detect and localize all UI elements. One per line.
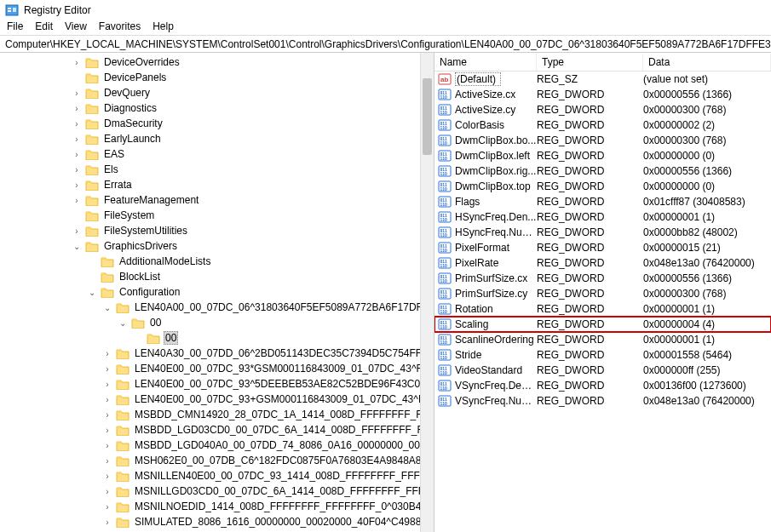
menu-favorites[interactable]: Favorites bbox=[99, 20, 141, 31]
menu-edit[interactable]: Edit bbox=[35, 20, 53, 31]
tree-item[interactable]: ›EarlyLaunch bbox=[68, 131, 420, 146]
value-type: REG_DWORD bbox=[537, 104, 643, 116]
tree-item[interactable]: AdditionalModeLists bbox=[83, 254, 420, 269]
address-bar[interactable]: Computer\HKEY_LOCAL_MACHINE\SYSTEM\Contr… bbox=[0, 36, 771, 53]
expander-closed-icon[interactable]: › bbox=[102, 363, 112, 374]
menu-view[interactable]: View bbox=[65, 20, 87, 31]
tree-item[interactable]: ›DevQuery bbox=[68, 85, 420, 100]
tree-item[interactable]: ›LEN40E00_00_07DC_93+GSM000116843009_01_… bbox=[99, 392, 420, 407]
tree-item[interactable]: ›FeatureManagement bbox=[68, 192, 420, 208]
value-row[interactable]: 011110ActiveSize.cxREG_DWORD0x00000556 (… bbox=[434, 87, 771, 102]
tree-item[interactable]: ›EAS bbox=[68, 146, 420, 162]
expander-closed-icon[interactable]: › bbox=[102, 471, 112, 481]
value-row[interactable]: 011110PrimSurfSize.cxREG_DWORD0x00000556… bbox=[434, 271, 771, 286]
value-row[interactable]: 011110DwmClipBox.leftREG_DWORD0x00000000… bbox=[434, 148, 771, 163]
expander-closed-icon[interactable]: › bbox=[72, 57, 82, 67]
svg-rect-1 bbox=[8, 8, 11, 9]
expander-closed-icon[interactable]: › bbox=[72, 226, 82, 236]
col-header-type[interactable]: Type bbox=[537, 54, 643, 71]
tree-item[interactable]: ›MSBDD_LGD03CD0_00_07DC_6A_1414_008D_FFF… bbox=[99, 422, 420, 438]
value-row[interactable]: 011110RotationREG_DWORD0x00000001 (1) bbox=[434, 301, 771, 317]
tree-item-label: EarlyLaunch bbox=[102, 133, 163, 145]
tree-item[interactable]: DevicePanels bbox=[68, 70, 420, 85]
value-row[interactable]: 011110VSyncFreq.Deno...REG_DWORD0x00136f… bbox=[434, 378, 771, 393]
tree-item[interactable]: ⌄00 bbox=[114, 315, 420, 330]
expander-closed-icon[interactable]: › bbox=[102, 440, 112, 450]
expander-closed-icon[interactable]: › bbox=[102, 501, 112, 512]
expander-closed-icon[interactable]: › bbox=[72, 164, 82, 174]
value-row[interactable]: ab(Default)REG_SZ(value not set) bbox=[434, 72, 771, 87]
expander-open-icon[interactable]: ⌄ bbox=[118, 317, 128, 328]
tree-item-configuration[interactable]: ⌄Configuration bbox=[83, 284, 420, 300]
tree-item[interactable]: FileSystem bbox=[68, 208, 420, 223]
tree-item[interactable]: ⌄LEN40A00_00_07DC_06^31803640F5EF5089A77… bbox=[99, 300, 420, 315]
tree-item[interactable]: ›FileSystemUtilities bbox=[68, 223, 420, 238]
expander-closed-icon[interactable]: › bbox=[102, 517, 112, 527]
expander-closed-icon[interactable]: › bbox=[102, 486, 112, 496]
tree-item[interactable]: ›LEN40E00_00_07DC_93^5DEEBEB53AE82C52BDE… bbox=[99, 376, 420, 392]
tree-item[interactable]: ›DeviceOverrides bbox=[68, 54, 420, 70]
tree-item[interactable]: BlockList bbox=[83, 269, 420, 284]
value-row[interactable]: 011110VSyncFreq.Num...REG_DWORD0x048e13a… bbox=[434, 393, 771, 409]
tree-item[interactable]: ›MSNILLEN40E00_00_07DC_93_1414_008D_FFFF… bbox=[99, 468, 420, 483]
expander-closed-icon[interactable]: › bbox=[72, 195, 82, 205]
value-row[interactable]: 011110DwmClipBox.bo...REG_DWORD0x0000030… bbox=[434, 133, 771, 148]
tree-scrollbar[interactable] bbox=[420, 53, 434, 532]
value-row[interactable]: 011110VideoStandardREG_DWORD0x000000ff (… bbox=[434, 363, 771, 378]
value-row[interactable]: 011110PrimSurfSize.cyREG_DWORD0x00000300… bbox=[434, 286, 771, 301]
tree-item[interactable]: ›MSNILLGD03CD0_00_07DC_6A_1414_008D_FFFF… bbox=[99, 483, 420, 499]
tree-item[interactable]: ›MSH062E0_00_07DB_C6^182FDC0875F0A76803E… bbox=[99, 453, 420, 468]
value-row[interactable]: 011110StrideREG_DWORD0x00001558 (5464) bbox=[434, 347, 771, 363]
expander-closed-icon[interactable]: › bbox=[102, 348, 112, 358]
scrollbar-thumb[interactable] bbox=[423, 78, 432, 155]
tree-item-label: LEN40E00_00_07DC_93*GSM000116843009_01_0… bbox=[133, 363, 420, 375]
expander-closed-icon[interactable]: › bbox=[102, 379, 112, 389]
value-row[interactable]: 011110ScanlineOrderingREG_DWORD0x0000000… bbox=[434, 332, 771, 347]
value-row[interactable]: 011110ScalingREG_DWORD0x00000004 (4) bbox=[434, 317, 771, 332]
tree-item[interactable]: ›MSBDD_CMN14920_28_07DC_1A_1414_008D_FFF… bbox=[99, 407, 420, 422]
expander-closed-icon[interactable]: › bbox=[102, 394, 112, 404]
value-row[interactable]: 011110PixelRateREG_DWORD0x048e13a0 (7642… bbox=[434, 255, 771, 271]
expander-closed-icon[interactable]: › bbox=[102, 409, 112, 420]
value-row[interactable]: 011110PixelFormatREG_DWORD0x00000015 (21… bbox=[434, 240, 771, 255]
value-name: ColorBasis bbox=[455, 119, 537, 131]
tree-item[interactable]: ›SIMULATED_8086_1616_00000000_00020000_4… bbox=[99, 514, 420, 529]
expander-closed-icon[interactable]: › bbox=[72, 118, 82, 129]
tree-item[interactable]: ›Errata bbox=[68, 177, 420, 192]
value-row[interactable]: 011110FlagsREG_DWORD0x01cfff87 (30408583… bbox=[434, 194, 771, 209]
value-row[interactable]: 011110ColorBasisREG_DWORD0x00000002 (2) bbox=[434, 117, 771, 133]
expander-closed-icon[interactable]: › bbox=[72, 180, 82, 190]
value-row[interactable]: 011110DwmClipBox.topREG_DWORD0x00000000 … bbox=[434, 179, 771, 194]
col-header-name[interactable]: Name bbox=[434, 54, 537, 71]
tree-item[interactable]: ›MSNILNOEDID_1414_008D_FFFFFFFF_FFFFFFFF… bbox=[99, 499, 420, 514]
svg-text:110: 110 bbox=[440, 186, 448, 192]
expander-closed-icon[interactable]: › bbox=[72, 103, 82, 113]
value-row[interactable]: 011110HSyncFreq.Den...REG_DWORD0x0000000… bbox=[434, 209, 771, 225]
tree-item[interactable]: ›LEN40A30_00_07DD_06^2BD051143DEC35C7394… bbox=[99, 346, 420, 361]
expander-open-icon[interactable]: ⌄ bbox=[87, 287, 97, 297]
tree-item[interactable]: ›Diagnostics bbox=[68, 100, 420, 116]
expander-closed-icon[interactable]: › bbox=[72, 88, 82, 98]
menu-help[interactable]: Help bbox=[152, 20, 174, 31]
expander-open-icon[interactable]: ⌄ bbox=[102, 302, 112, 312]
value-row[interactable]: 011110ActiveSize.cyREG_DWORD0x00000300 (… bbox=[434, 102, 771, 117]
value-data: 0x048e13a0 (76420000) bbox=[643, 395, 771, 407]
svg-text:110: 110 bbox=[440, 263, 448, 268]
expander-closed-icon[interactable]: › bbox=[72, 134, 82, 144]
tree-item-selected[interactable]: 00 bbox=[129, 330, 420, 346]
value-data: 0x00000001 (1) bbox=[643, 334, 771, 346]
tree-item-graphicsdrivers[interactable]: ⌄GraphicsDrivers bbox=[68, 238, 420, 254]
value-row[interactable]: 011110HSyncFreq.Num...REG_DWORD0x0000bb8… bbox=[434, 225, 771, 240]
menu-file[interactable]: File bbox=[7, 20, 23, 31]
tree-item[interactable]: ›DmaSecurity bbox=[68, 116, 420, 131]
expander-closed-icon[interactable]: › bbox=[72, 149, 82, 159]
tree-item[interactable]: ›LEN40E00_00_07DC_93*GSM000116843009_01_… bbox=[99, 361, 420, 376]
expander-closed-icon[interactable]: › bbox=[102, 455, 112, 466]
tree-item[interactable]: ›Els bbox=[68, 162, 420, 177]
value-type: REG_DWORD bbox=[537, 395, 643, 407]
expander-closed-icon[interactable]: › bbox=[102, 425, 112, 435]
tree-item[interactable]: ›MSBDD_LGD040A0_00_07DD_74_8086_0A16_000… bbox=[99, 438, 420, 453]
value-row[interactable]: 011110DwmClipBox.rig...REG_DWORD0x000005… bbox=[434, 163, 771, 179]
col-header-data[interactable]: Data bbox=[643, 54, 771, 71]
expander-open-icon[interactable]: ⌄ bbox=[72, 241, 82, 251]
